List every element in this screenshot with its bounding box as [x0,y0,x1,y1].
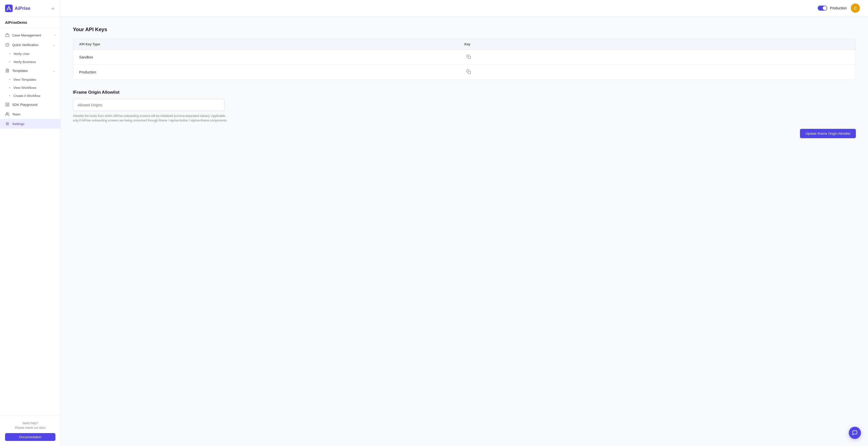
sidebar-item-sdk-playground[interactable]: SDK Playground [0,100,60,109]
sidebar-sub-label: Create A Workflow [13,94,40,98]
svg-rect-11 [468,56,471,59]
settings-icon [5,121,10,126]
briefcase-icon [5,33,10,37]
play-circle-icon [5,102,10,107]
sidebar-item-team[interactable]: Team [0,109,60,119]
svg-rect-12 [468,71,471,73]
col-key-header: Key [464,42,849,46]
chat-icon [852,430,858,436]
env-label: Production [830,6,847,10]
api-key-production-cell [464,69,849,75]
sidebar-item-label: Team [12,112,21,116]
page-body: Your API Keys API Key Type Key Sandbox P… [61,17,868,446]
allowed-origins-input[interactable] [78,103,220,107]
sidebar-item-label: SDK Playground [12,103,37,107]
chat-bubble-button[interactable] [849,427,861,439]
logo-text: AiPrise [15,6,30,11]
sidebar-sub-label: View Templates [13,78,36,82]
api-type-production: Production [79,70,464,74]
iframe-actions: Update Iframe Origin Allowlist [73,129,856,138]
api-keys-title: Your API Keys [73,27,856,32]
col-type-header: API Key Type [79,42,464,46]
table-row: Sandbox [73,50,856,64]
update-iframe-allowlist-button[interactable]: Update Iframe Origin Allowlist [800,129,856,138]
sidebar-item-templates[interactable]: Templates ⌄ [0,66,60,76]
sidebar-item-label: Case Management [12,33,41,37]
help-text: Need help? Please check our docs [5,421,55,430]
sidebar-item-verify-business[interactable]: Verify Business [0,58,60,66]
sidebar-item-label: Settings [12,122,25,126]
main-content: Production C Your API Keys API Key Type … [61,0,868,446]
svg-rect-0 [5,5,13,12]
table-row: Production [73,64,856,80]
sidebar: AiPrise ‹‹ AiPriseDemo Case Management ›… [0,0,61,446]
sidebar-item-case-management[interactable]: Case Management › [0,30,60,40]
api-key-sandbox-cell [464,54,849,60]
sidebar-header: AiPrise ‹‹ [0,0,60,17]
sidebar-item-view-templates[interactable]: View Templates [0,76,60,84]
sidebar-item-settings[interactable]: Settings [0,119,60,128]
allowed-origins-input-wrap [73,99,225,111]
sidebar-sub-label: Verify Business [13,60,36,64]
sidebar-item-label: Quick Verification [12,43,38,47]
sidebar-nav: Case Management › Quick Verification ⌄ V… [0,28,60,130]
user-avatar[interactable]: C [851,4,860,13]
collapse-sidebar-button[interactable]: ‹‹ [50,5,55,12]
svg-point-7 [6,113,7,114]
chevron-down-icon: ⌄ [53,43,55,47]
chevron-icon: › [54,33,55,37]
sidebar-sub-label: View Workflows [13,86,36,90]
sidebar-sub-label: Verify User [13,52,30,56]
sidebar-item-label: Templates [12,69,28,72]
workspace-name: AiPriseDemo [0,17,60,28]
copy-production-key-button[interactable] [466,69,471,75]
iframe-hint: Allowlist the hosts from which AiPrise o… [73,114,230,123]
users-icon [5,112,10,116]
copy-sandbox-key-button[interactable] [466,54,471,60]
check-circle-icon [5,42,10,47]
chevron-down-icon: ⌄ [53,69,55,72]
sidebar-footer: Need help? Please check our docs Documen… [0,416,60,446]
api-table-header: API Key Type Key [73,39,856,50]
sidebar-item-verify-user[interactable]: Verify User [0,50,60,58]
api-keys-table: API Key Type Key Sandbox Production [73,38,856,80]
iframe-title: IFrame Origin Allowlist [73,90,856,95]
api-type-sandbox: Sandbox [79,55,464,59]
sidebar-item-quick-verification[interactable]: Quick Verification ⌄ [0,40,60,50]
env-toggle-area: Production [818,6,847,11]
iframe-section: IFrame Origin Allowlist Allowlist the ho… [73,90,856,138]
aiprise-logo-icon [5,5,13,12]
sidebar-item-view-workflows[interactable]: View Workflows [0,84,60,92]
environment-toggle[interactable] [818,6,827,11]
logo-area: AiPrise [5,5,30,12]
sidebar-item-create-workflow[interactable]: Create A Workflow [0,92,60,100]
documentation-button[interactable]: Documentation [5,433,55,441]
file-text-icon [5,68,10,73]
topbar: Production C [61,0,868,17]
svg-rect-1 [6,34,9,37]
